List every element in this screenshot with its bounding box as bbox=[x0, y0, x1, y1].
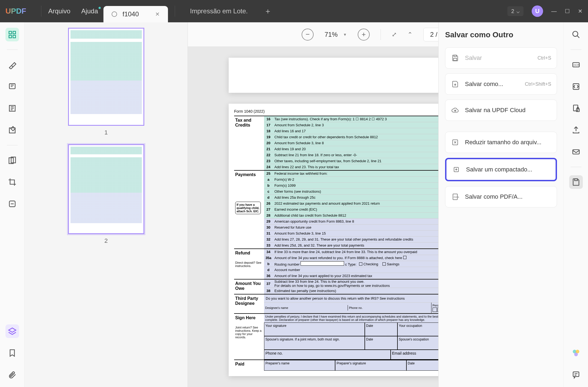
crop-tool[interactable] bbox=[5, 175, 19, 189]
edit-tool[interactable] bbox=[5, 123, 19, 137]
divider bbox=[381, 29, 381, 40]
menu-ajuda-label: Ajuda bbox=[81, 7, 98, 15]
checkbox-8888[interactable] bbox=[403, 256, 406, 259]
ocr-tool[interactable]: OCR bbox=[569, 58, 583, 72]
spouse-signature[interactable]: Spouse's signature. If a joint return, b… bbox=[264, 336, 365, 350]
thumbnail-2[interactable]: 2 bbox=[30, 144, 182, 244]
thumbnail-1[interactable]: 1 bbox=[30, 28, 182, 136]
reduce-icon bbox=[451, 138, 460, 147]
svg-rect-2 bbox=[9, 35, 11, 38]
close-button[interactable]: ✕ bbox=[578, 8, 583, 14]
line-37: Subtract line 33 from line 24. This is t… bbox=[274, 280, 365, 284]
zoom-dropdown-icon[interactable]: ▼ bbox=[343, 32, 347, 37]
divider bbox=[571, 50, 581, 50]
svg-point-16 bbox=[573, 31, 578, 36]
phone-no[interactable]: Phone no. bbox=[264, 350, 391, 360]
main-area: 1 2 − 71% ▼ + ⤢ ⌃ 2 / 2 Form 1040 (2022)… bbox=[0, 22, 588, 387]
thumbnails-tool[interactable] bbox=[5, 28, 19, 41]
titlebar: UPDF Arquivo Ajuda f1040 ✕ Impressão em … bbox=[0, 0, 588, 22]
line-24: Add lines 22 and 23. This is your total … bbox=[274, 165, 339, 169]
thumbnail-1-label: 1 bbox=[30, 129, 182, 136]
section-label: Tax and Credits bbox=[234, 116, 264, 170]
save-button[interactable]: Salvar Ctrl+S bbox=[445, 47, 557, 69]
save-pdfa-button[interactable]: PDF/A Salvar como PDF/A... bbox=[445, 186, 557, 207]
reduce-label: Reduzir tamanho do arquiv... bbox=[465, 139, 541, 146]
update-dot-icon bbox=[99, 7, 101, 9]
preparer-date[interactable]: Date bbox=[406, 360, 443, 371]
tab-other-label: Impressão em Lote. bbox=[190, 7, 248, 15]
preparer-signature[interactable]: Preparer's signature bbox=[335, 360, 406, 371]
save-as-button[interactable]: Salvar como... Ctrl+Shift+S bbox=[445, 73, 557, 95]
line-30: Reserved for future use bbox=[273, 225, 467, 229]
menu-arquivo[interactable]: Arquivo bbox=[48, 7, 70, 15]
highlight-tool[interactable] bbox=[5, 58, 19, 72]
svg-rect-10 bbox=[454, 55, 456, 57]
designee-name: Designee's name bbox=[264, 305, 348, 311]
search-tool[interactable] bbox=[569, 28, 583, 41]
attachment-tool[interactable] bbox=[5, 368, 19, 382]
svg-text:PDF/A: PDF/A bbox=[454, 196, 459, 198]
maximize-button[interactable]: ☐ bbox=[565, 8, 570, 14]
minimize-button[interactable]: — bbox=[551, 8, 557, 14]
layers-tool[interactable] bbox=[5, 324, 19, 338]
chat-tool[interactable] bbox=[569, 368, 583, 382]
text-tool[interactable] bbox=[5, 102, 19, 115]
spouse-date[interactable]: Date bbox=[365, 336, 397, 350]
ai-tool[interactable] bbox=[569, 346, 583, 360]
line-31: Amount from Schedule 3, line 15 bbox=[273, 231, 467, 235]
convert-tool[interactable] bbox=[569, 80, 583, 93]
bookmark-tool[interactable] bbox=[5, 346, 19, 360]
redact-tool[interactable] bbox=[5, 197, 19, 211]
save-panel-title: Salvar como Outro bbox=[445, 30, 557, 39]
organize-tool[interactable] bbox=[5, 153, 19, 167]
line-37b: For details on how to pay, go to www.irs… bbox=[274, 284, 390, 288]
pdfa-icon: PDF/A bbox=[451, 192, 460, 201]
tab-close-icon[interactable]: ✕ bbox=[155, 11, 160, 17]
save-cloud-label: Salvar na UPDF Cloud bbox=[465, 107, 526, 114]
thumbnail-2-preview bbox=[68, 144, 144, 234]
scroll-mode-button[interactable]: ⌃ bbox=[408, 31, 412, 38]
section-label: Paid bbox=[234, 360, 264, 371]
window-controls: 2 ⌵ U — ☐ ✕ bbox=[507, 5, 583, 17]
line-32: Add lines 27, 28, 29, and 31. These are … bbox=[273, 237, 467, 241]
menu-ajuda[interactable]: Ajuda bbox=[81, 7, 98, 15]
zoom-out-button[interactable]: − bbox=[302, 29, 314, 41]
save-panel: Salvar como Outro Salvar Ctrl+S Salvar c… bbox=[438, 22, 564, 387]
avatar[interactable]: U bbox=[532, 5, 543, 17]
preparer-name[interactable]: Preparer's name bbox=[264, 360, 335, 371]
tabs-bar: f1040 ✕ Impressão em Lote. ＋ bbox=[103, 0, 507, 22]
sig-date[interactable]: Date bbox=[365, 322, 397, 336]
comment-tool[interactable] bbox=[5, 80, 19, 93]
divider bbox=[7, 145, 18, 145]
save-compact-button[interactable]: Salvar um compactado... bbox=[445, 158, 557, 181]
checkbox-savings[interactable] bbox=[382, 262, 386, 266]
section-label: Third Party Designee bbox=[234, 294, 264, 313]
checkbox-checking[interactable] bbox=[359, 262, 362, 266]
left-toolbar bbox=[0, 22, 24, 387]
zoom-in-button[interactable]: + bbox=[358, 29, 370, 41]
save-as-shortcut: Ctrl+Shift+S bbox=[525, 81, 551, 87]
tab-add-button[interactable]: ＋ bbox=[264, 6, 272, 16]
section-label: PaymentsIf you have a qualifying child, … bbox=[234, 171, 264, 248]
line-34: If line 33 is more than line 24, subtrac… bbox=[273, 250, 467, 254]
window-count[interactable]: 2 ⌵ bbox=[507, 6, 523, 16]
save-as-icon bbox=[451, 80, 460, 88]
protect-tool[interactable] bbox=[569, 102, 583, 115]
thumbnails-panel: 1 2 bbox=[24, 22, 188, 387]
divider bbox=[7, 50, 18, 50]
tab-other[interactable]: Impressão em Lote. bbox=[182, 3, 256, 19]
svg-rect-23 bbox=[574, 179, 577, 181]
fit-page-button[interactable]: ⤢ bbox=[392, 31, 397, 38]
direct-deposit-note: Direct deposit? See instructions. bbox=[235, 261, 263, 268]
share-tool[interactable] bbox=[569, 123, 583, 137]
thumbnail-2-label: 2 bbox=[30, 237, 182, 244]
reduce-size-button[interactable]: Reduzir tamanho do arquiv... bbox=[445, 132, 557, 153]
tab-active[interactable]: f1040 ✕ bbox=[103, 6, 168, 22]
save-as-other-tool[interactable] bbox=[569, 175, 583, 189]
your-signature[interactable]: Your signature bbox=[264, 322, 365, 336]
email-tool[interactable] bbox=[569, 145, 583, 159]
save-icon bbox=[451, 54, 460, 62]
zoom-value[interactable]: 71% bbox=[324, 31, 338, 38]
divider bbox=[571, 167, 581, 167]
save-cloud-button[interactable]: Salvar na UPDF Cloud bbox=[445, 100, 557, 121]
